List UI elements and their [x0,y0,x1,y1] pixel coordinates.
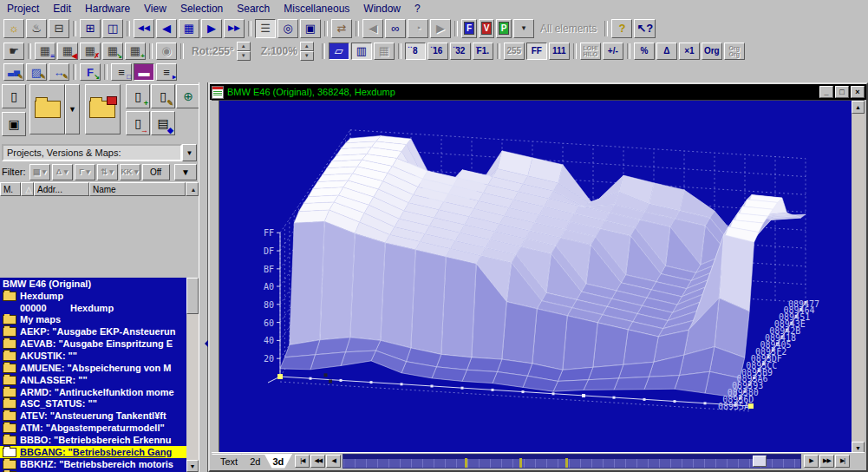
tree-scroll-up-button[interactable]: ▲ [186,182,199,196]
map-wizard-button[interactable]: ▃▅✎ [3,63,24,81]
map-overview-scrollbar[interactable] [343,454,801,469]
search-window-button[interactable]: ◫ [102,19,123,38]
connect-maps-button[interactable]: ⇄ [331,19,352,38]
export-report-button[interactable]: ▣ [300,19,321,38]
map-nav-right-3-button[interactable]: ▶| [835,455,850,468]
menu-view[interactable]: View [137,1,173,16]
column-header-m[interactable]: M. [0,182,21,196]
tree-item-asc_status[interactable]: ASC_STATUS: "" [0,397,186,410]
print-button[interactable]: ⊟ [49,19,69,38]
map-nav-left-3-button[interactable]: ◀ [326,455,341,468]
map-back-button[interactable]: ▦◀ [57,43,78,60]
tree-scroll-thumb[interactable] [186,278,199,314]
filter-dropdown-button[interactable]: ▾ [513,19,534,38]
tree-scrollbar[interactable]: ▼ [186,278,199,472]
nav-next-button[interactable]: ▶ [201,19,222,38]
nav-first-button[interactable]: ◀◀ [134,19,154,38]
import-project-button[interactable] [85,84,121,134]
open-project-button[interactable] [29,84,65,134]
tree-item-bmw[interactable]: BMW E46 (Original) [0,278,186,290]
tree-item-hexdump-addr[interactable]: 00000Hexdump [0,302,186,314]
menu-selection[interactable]: Selection [173,1,230,16]
minimap-thumb[interactable] [753,456,767,467]
open-hexdump-button[interactable]: ♨ [26,19,47,38]
display-hex-button[interactable]: FF [526,43,547,60]
delta-button[interactable]: Δ [656,43,677,60]
window-title-bar[interactable]: BMW E46 (Original), 368248, Hexdump _ □ … [210,84,866,100]
times1-button[interactable]: ×1 [679,43,700,60]
zoom-spinner-down-button[interactable]: ▼ [300,51,314,61]
surface-3d-plot[interactable]: FFDFBFA08060402008935A08936D089380089393… [219,101,854,456]
panel-mode-combo-arrow[interactable]: ▼ [182,144,197,161]
rotation-spinner-up-button[interactable]: ▲ [237,42,251,51]
pan-hand-button[interactable]: ☛ [3,43,24,60]
tree-item-my[interactable]: My maps [0,314,186,326]
width-32-button[interactable]: ▪▪32 [450,43,471,60]
offset-list-button[interactable]: ≡□ [111,63,132,81]
online-button[interactable]: ⊕ [176,84,200,108]
map-nav-right-1-button[interactable]: ▶ [804,455,819,468]
tab-3d[interactable]: 3d [264,454,292,469]
view-left-splitter[interactable] [212,101,219,455]
window-layout-button[interactable]: ▬ [134,63,154,81]
open-project-dropdown[interactable]: ▼ [65,84,80,134]
rotation-spinner-down-button[interactable]: ▼ [237,51,251,61]
map-nav-left-2-button[interactable]: ◀◀ [310,455,325,468]
tree-item-bbkhz[interactable]: BBKHZ: "Betriebsbereich motoris [0,458,186,470]
tree-item-atm[interactable]: ATM: "Abgastemperaturmodell" [0,422,186,434]
tab-2d[interactable]: 2d [241,454,269,469]
menu-window[interactable]: Window [356,1,408,16]
preview-button[interactable]: ◎ [277,19,298,38]
tree-item-akustik[interactable]: AKUSTIK: "" [0,350,186,362]
context-help-button[interactable]: ↖? [634,19,656,38]
vertical-scrollbar[interactable]: ▲ ▼ [852,101,865,455]
filter-projects-button[interactable]: P [496,19,512,38]
tree-item-bbbo[interactable]: BBBO: "Betriebsbereich Erkennu [0,434,186,446]
overview-table-button[interactable]: ▦ [179,19,199,38]
close-button[interactable]: × [851,86,865,98]
new-version-button[interactable]: ▯+ [126,84,150,108]
column-header-addr[interactable]: Addr... [34,182,89,196]
map-add-button[interactable]: ▦+ [125,43,146,60]
save-project-button[interactable]: ▣ [2,112,26,136]
panel-splitter[interactable] [199,82,208,472]
percent-button[interactable]: % [634,43,655,60]
scroll-up-button[interactable]: ▲ [852,101,865,114]
project-wizard-button[interactable]: ☼ [3,19,24,38]
tree-item-aevab[interactable]: AEVAB: "Ausgabe Einspritzung E [0,338,186,350]
width-8-button[interactable]: ▪▪8 [405,43,426,60]
help-button[interactable]: ? [611,19,632,38]
new-project-button[interactable]: ▯ [2,84,26,108]
resize-corner[interactable] [850,454,865,468]
version-wizard-button[interactable]: ▯✎ [151,84,175,108]
width-f1-button[interactable]: ▪▪F1. [473,43,493,60]
column-list-button[interactable]: ≡▸ [156,63,177,81]
map-delete-button[interactable]: ▦✗ [80,43,101,60]
filter-expand-button[interactable]: ▼ [174,164,197,180]
menu-miscellaneous[interactable]: Miscellaneous [277,1,356,16]
panel-mode-combobox[interactable]: Projects, Versions & Maps: [2,144,182,161]
menu-help[interactable]: ? [408,1,427,16]
menu-edit[interactable]: Edit [46,1,78,16]
filter-values-button[interactable]: V [479,19,494,38]
tree-scroll-down-button[interactable]: ▼ [186,460,199,472]
display-binary-button[interactable]: 111 [549,43,570,60]
map-compare-button[interactable]: ▦= [35,43,55,60]
filter-functions-button[interactable]: F [461,19,477,38]
project-properties-button[interactable]: ⊞ [80,19,101,38]
zoom-spinner-up-button[interactable]: ▲ [300,42,314,51]
tree-item-amuene[interactable]: AMUENE: "Abspeicherung von M [0,362,186,374]
width-16-button[interactable]: ▪▪16 [427,43,448,60]
export-version-button[interactable]: ▯→ [126,111,150,135]
original-button[interactable]: Org [702,43,722,60]
tab-text[interactable]: Text [212,454,246,469]
image-wizard-button[interactable]: ▨✎ [26,63,47,81]
map-nav-right-2-button[interactable]: ▶▶ [819,455,834,468]
tree-item-aekp[interactable]: AEKP: "Ausgabe EKP-Ansteuerun [0,325,186,338]
minimize-button[interactable]: _ [819,86,833,98]
map-nav-left-1-button[interactable]: |◀ [295,455,310,468]
tree-item-atev[interactable]: ATEV: "Ansteuerung Tankentl¥ft [0,410,186,422]
maximize-button[interactable]: □ [835,86,849,98]
menu-hardware[interactable]: Hardware [78,1,137,16]
axis-wizard-button[interactable]: ↔✎ [49,63,69,81]
